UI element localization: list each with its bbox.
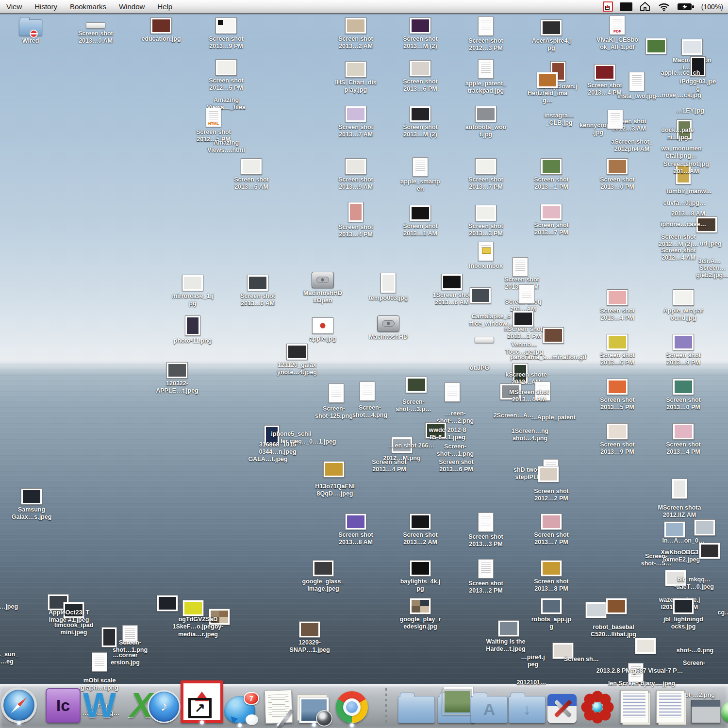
- dock-folderphotos-icon[interactable]: [438, 696, 475, 723]
- desktop-icon[interactable]: shot-…0.png: [663, 645, 727, 654]
- desktop-icon[interactable]: MacintoshHD xOpen: [291, 272, 354, 305]
- dock-textedit-icon[interactable]: [265, 690, 293, 724]
- desktop-icon[interactable]: Screen shot 2013…M (2): [389, 17, 452, 50]
- desktop-icon[interactable]: Screen- shot-…1.png: [424, 442, 487, 458]
- desktop-icon[interactable]: [302, 461, 365, 478]
- desktop-icon[interactable]: [517, 466, 580, 482]
- desktop-icon[interactable]: Apple_wrapar ound.jpg: [652, 289, 715, 322]
- desktop-icon[interactable]: Screen shot 2013…0 AM: [64, 22, 127, 45]
- menu-view[interactable]: View: [0, 0, 28, 13]
- desktop-icon[interactable]: Screen shot 2013…7 AM: [324, 106, 387, 139]
- battery-icon[interactable]: [677, 2, 695, 12]
- desktop-icon[interactable]: Screen shot 2013…4 PM: [652, 423, 715, 456]
- desktop-icon[interactable]: AcerAspire4.j pg: [520, 19, 583, 52]
- display-status-icon[interactable]: [620, 2, 632, 11]
- desktop-icon[interactable]: wa_monumen t.tall.png…: [650, 144, 713, 160]
- menu-bookmarks[interactable]: Bookmarks: [64, 0, 113, 13]
- desktop-icon[interactable]: Screen shot 2013…1 AM: [389, 205, 452, 238]
- desktop-icon[interactable]: Screen shot 2013…5 PM: [586, 379, 649, 412]
- desktop-icon[interactable]: Screen shot 2013…2 AM: [324, 17, 387, 50]
- desktop-icon[interactable]: 121120_galax ynote…4.jpeg: [265, 344, 329, 377]
- desktop-icon[interactable]: [584, 110, 647, 129]
- desktop-icon[interactable]: Screen shot 2013…4 PM: [358, 457, 421, 474]
- desktop-icon[interactable]: panorama_s…mination.gif: [488, 352, 551, 361]
- desktop-icon[interactable]: Screen shot 2013…4 PM: [324, 202, 387, 239]
- dock-winpreview-icon[interactable]: [691, 700, 720, 723]
- desktop-icon[interactable]: MacintoshHD: [357, 315, 420, 341]
- desktop-icon[interactable]: Screen-: [662, 658, 726, 667]
- desktop-icon[interactable]: education.jpg: [130, 17, 193, 43]
- desktop-icon[interactable]: 2013.2.8 PM g687 Visual-7 P…: [574, 666, 637, 675]
- desktop-icon[interactable]: iphone…case…: [652, 219, 715, 228]
- desktop-icon[interactable]: baylights_4k.j pg: [389, 560, 452, 593]
- desktop-icon[interactable]: google_glass_ image.jpeg: [292, 560, 355, 593]
- desktop-icon[interactable]: tumblr_manw…: [658, 186, 721, 195]
- desktop-icon[interactable]: Screen shot 2013…5 AM: [220, 158, 283, 191]
- desktop-icon[interactable]: [678, 543, 728, 559]
- desktop-icon[interactable]: google_play_r edesign.jpg: [389, 598, 452, 631]
- desktop-icon[interactable]: Screen shot 2013…6 PM: [425, 457, 488, 474]
- desktop-icon[interactable]: Screen shot 2013…6 PM: [586, 334, 649, 367]
- dock-logmein-icon[interactable]: [181, 680, 223, 723]
- desktop-icon[interactable]: autobots_woo t.jpg: [454, 106, 517, 139]
- desktop-icon[interactable]: apple…ce_ch: [649, 68, 712, 77]
- desktop-icon[interactable]: robot_basebal C520…llibat.jpg: [582, 622, 645, 639]
- logmein-status-icon[interactable]: [603, 1, 613, 12]
- desktop-icon[interactable]: apple.jpg: [291, 317, 354, 343]
- desktop-icon[interactable]: MScreen shota 2012.IIZ AM: [648, 503, 711, 519]
- dock-docstack-2-icon[interactable]: [656, 690, 684, 723]
- dock-folderapps-icon[interactable]: [471, 696, 508, 723]
- desktop-icon[interactable]: Screen shot 2013…9 PM: [195, 17, 258, 50]
- dock-chrome-icon[interactable]: [336, 691, 368, 723]
- desktop-icon[interactable]: …LEY.jpg: [659, 106, 722, 115]
- desktop-icon[interactable]: …_sun_ …eg: [0, 649, 38, 666]
- desktop-icon[interactable]: Screen shot 2013…2 AM: [389, 513, 452, 546]
- desktop-icon[interactable]: Screen shot 2013…9 PM: [586, 423, 649, 456]
- desktop-icon[interactable]: Screen shot 2013…6 PM: [389, 60, 452, 93]
- dock-photobooth-icon[interactable]: [299, 697, 329, 723]
- menu-window[interactable]: Window: [113, 0, 151, 13]
- dock-incopy-icon[interactable]: Ic: [46, 688, 81, 723]
- desktop-icon[interactable]: Screen shot 2013…4 PM: [586, 289, 649, 322]
- dock-folderdl-icon[interactable]: [509, 696, 546, 723]
- desktop-icon[interactable]: Screen shot 2012…3 PM: [454, 17, 517, 52]
- desktop-icon[interactable]: [421, 382, 484, 402]
- desktop-icon[interactable]: Screen shot 2012…2 PM: [520, 486, 583, 503]
- desktop-icon[interactable]: Amazing Views….html: [195, 138, 258, 154]
- desktop-icon[interactable]: jbl_lightningd ocks.jpg: [652, 598, 715, 631]
- desktop-icon[interactable]: Screen shot 2013…3 PM: [454, 513, 517, 548]
- desktop-icon[interactable]: IHS_Chart_dis play.jpg: [324, 61, 387, 94]
- desktop-icon[interactable]: Screen shot 2013…7 PM: [520, 204, 583, 237]
- desktop-icon[interactable]: 120322- APPLE…t.jpeg: [146, 362, 209, 395]
- desktop-icon[interactable]: Waiting Is the Harde…t.jpeg: [474, 637, 537, 653]
- dock-word-icon[interactable]: W: [79, 687, 120, 723]
- desktop-icon[interactable]: apple_patent_ trackpad.jpg: [454, 59, 517, 95]
- desktop-icon[interactable]: tempo003.jpg: [357, 273, 420, 302]
- desktop-icon[interactable]: Screen sh…: [550, 654, 613, 663]
- dock-greenball-icon[interactable]: [721, 701, 728, 723]
- menu-history[interactable]: History: [28, 0, 64, 13]
- dock-itunes-icon[interactable]: ♪: [148, 690, 181, 723]
- desktop-icon[interactable]: Screen shot 2013…1 PM: [520, 158, 583, 191]
- desktop-icon[interactable]: 120329- SNAP…1.jpeg: [278, 621, 341, 654]
- desktop-icon[interactable]: photo-11.png: [161, 315, 224, 345]
- dock-utilities-icon[interactable]: [547, 694, 577, 723]
- desktop-icon[interactable]: 316868_1015 0344…n.jpeg: [246, 440, 309, 456]
- desktop-icon[interactable]: [522, 327, 585, 344]
- desktop-icon[interactable]: Hertzfeld_ima g…: [516, 72, 579, 105]
- desktop-icon[interactable]: [673, 519, 728, 536]
- desktop-icon[interactable]: dock…pate nt…jpg: [646, 125, 709, 142]
- dock-messages-icon[interactable]: 7: [224, 696, 255, 723]
- desktop-icon[interactable]: Screen shot 2012…5 PM: [195, 59, 258, 92]
- desktop-icon[interactable]: apple_smartp en: [389, 157, 452, 193]
- desktop-icon[interactable]: Screen shot 2013…8 AM: [324, 513, 387, 546]
- desktop-icon[interactable]: …corner ersion.jpg: [94, 650, 157, 667]
- desktop-icon[interactable]: GALA…t.jpeg: [236, 454, 299, 463]
- dock-folder-icon[interactable]: [398, 696, 435, 723]
- desktop-icon[interactable]: H13o71QaFNI 8QqD….jpeg: [303, 481, 366, 498]
- desktop-icon[interactable]: Screen shot 2013…0 AM: [226, 275, 289, 308]
- dock-redflower-icon[interactable]: [581, 691, 613, 723]
- desktop-icon[interactable]: Screen shot 2013…8 PM: [520, 560, 583, 593]
- desktop-icon[interactable]: Screen shot 2013…0 PM: [652, 379, 715, 412]
- desktop-icon[interactable]: Screen shot 2013…7 PM: [520, 513, 583, 546]
